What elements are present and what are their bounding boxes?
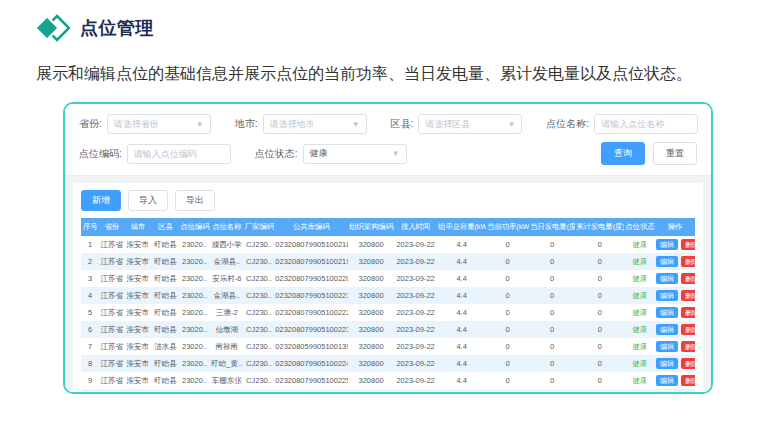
table-cell: 23020..: [179, 253, 210, 270]
filter-point-status: 点位状态: 健康 ▼: [255, 144, 407, 164]
point-status-select[interactable]: 健康 ▼: [303, 144, 407, 164]
table-cell: CJ230..: [244, 287, 275, 304]
point-code-input[interactable]: [127, 144, 231, 164]
district-select[interactable]: 请选择区县 ▼: [418, 114, 522, 134]
table-cell: 8: [81, 355, 99, 372]
column-header: 组串总容量(kW): [437, 218, 486, 236]
column-header: 城市: [124, 218, 152, 236]
table-cell: 0: [529, 389, 575, 394]
point-management-panel: 省份: 请选择省份 ▼ 地市: 请选择地市 ▼ 区县: 请选择区县 ▼: [63, 102, 713, 394]
delete-button[interactable]: 删除: [681, 375, 695, 386]
table-cell: 0: [529, 338, 575, 355]
column-header: 区县: [152, 218, 180, 236]
table-cell: 淮安市: [124, 355, 152, 372]
table-cell: 023208079905100225: [274, 372, 348, 389]
table-cell: 淮安市: [124, 372, 152, 389]
table-cell: 2023-09-22: [394, 355, 437, 372]
column-header: 点位状态: [624, 218, 655, 236]
edit-button[interactable]: 编辑: [656, 256, 678, 267]
table-cell: 江苏省: [99, 270, 124, 287]
table-row: 8江苏省淮安市盱眙县23020..盱眙_黄..CJ230..0232080799…: [81, 355, 695, 372]
table-cell: 江苏省: [99, 389, 124, 394]
table-row: 9江苏省淮安市盱眙县23020..车棚东张CJ230..023208079905…: [81, 372, 695, 389]
table-cell: 南禄南: [210, 338, 244, 355]
table-cell: 2023-09-22: [394, 372, 437, 389]
edit-button[interactable]: 编辑: [656, 375, 678, 386]
table-row: 5江苏省淮安市盱眙县23020..三塘-2CJ230..023208079905…: [81, 304, 695, 321]
delete-button[interactable]: 删除: [681, 341, 695, 352]
status-cell: 健康: [624, 253, 655, 270]
table-cell: 江苏省: [99, 321, 124, 338]
add-button[interactable]: 新增: [81, 190, 121, 211]
search-button[interactable]: 查询: [601, 142, 645, 165]
edit-button[interactable]: 编辑: [656, 273, 678, 284]
reset-button[interactable]: 重置: [653, 142, 697, 165]
table-cell: 320800: [348, 355, 394, 372]
table-cell: 0: [529, 236, 575, 253]
table-cell: 盱眙县: [152, 355, 180, 372]
import-button[interactable]: 导入: [128, 190, 168, 211]
delete-button[interactable]: 删除: [681, 392, 695, 394]
delete-button[interactable]: 删除: [681, 307, 695, 318]
delete-button[interactable]: 删除: [681, 273, 695, 284]
table-cell: 23020..: [179, 321, 210, 338]
table-cell: 4.4: [437, 270, 486, 287]
delete-button[interactable]: 删除: [681, 239, 695, 250]
table-cell: 淮阴县: [152, 389, 180, 394]
delete-button[interactable]: 删除: [681, 256, 695, 267]
column-header: 厂家编码: [244, 218, 275, 236]
table-cell: CJ230..: [244, 389, 275, 394]
table-cell: 320800: [348, 287, 394, 304]
table-cell: 0: [575, 270, 624, 287]
delete-button[interactable]: 删除: [681, 290, 695, 301]
edit-button[interactable]: 编辑: [656, 358, 678, 369]
edit-button[interactable]: 编辑: [656, 341, 678, 352]
table-cell: 0: [529, 372, 575, 389]
table-cell: 淮安市: [124, 287, 152, 304]
city-label: 地市:: [235, 117, 258, 131]
table-cell: 0: [486, 236, 529, 253]
edit-button[interactable]: 编辑: [656, 392, 678, 394]
delete-button[interactable]: 删除: [681, 358, 695, 369]
table-cell: CJ230..: [244, 338, 275, 355]
table-cell: 腰西小学: [210, 236, 244, 253]
edit-button[interactable]: 编辑: [656, 239, 678, 250]
table-cell: 金湖县..: [210, 253, 244, 270]
table-cell: 4.4: [437, 338, 486, 355]
city-select[interactable]: 请选择地市 ▼: [263, 114, 367, 134]
edit-button[interactable]: 编辑: [656, 290, 678, 301]
filter-row-1: 省份: 请选择省份 ▼ 地市: 请选择地市 ▼ 区县: 请选择区县 ▼: [79, 114, 697, 134]
edit-button[interactable]: 编辑: [656, 324, 678, 335]
table-cell: 0: [575, 253, 624, 270]
table-cell: 江苏省: [99, 287, 124, 304]
delete-button[interactable]: 删除: [681, 324, 695, 335]
page-description: 展示和编辑点位的基础信息并展示点位的当前功率、当日发电量、累计发电量以及点位状态…: [0, 44, 760, 90]
edit-button[interactable]: 编辑: [656, 307, 678, 318]
table-cell: 320800: [348, 321, 394, 338]
province-select[interactable]: 请选择省份 ▼: [107, 114, 211, 134]
table-cell: 0: [486, 355, 529, 372]
export-button[interactable]: 导出: [175, 190, 215, 211]
table-cell: 023208079905100221: [274, 287, 348, 304]
filter-row-2: 点位编码: 点位状态: 健康 ▼ 查询 重置: [79, 142, 697, 165]
page-header: 点位管理: [0, 0, 760, 44]
table-cell: 车棚东张: [210, 372, 244, 389]
point-name-input[interactable]: [594, 114, 698, 134]
table-cell: 0: [486, 270, 529, 287]
table-cell: 2023-09-13: [394, 389, 437, 394]
table-header-row: 序号省份城市区县点位编码点位名称厂家编码公共库编码组织架构编码接入时间组串总容量…: [81, 218, 695, 236]
table-cell: 320800: [348, 236, 394, 253]
table-cell: 320800: [348, 304, 394, 321]
filter-area: 省份: 请选择省份 ▼ 地市: 请选择地市 ▼ 区县: 请选择区县 ▼: [65, 104, 711, 175]
table-cell: 江苏省: [99, 338, 124, 355]
table-cell: 23020..: [179, 270, 210, 287]
table-body: 1江苏省淮安市盱眙县23020..腰西小学CJ230..023208079905…: [81, 236, 695, 394]
actions-cell: 编辑删除: [655, 270, 695, 287]
table-cell: 淮安市: [124, 253, 152, 270]
table-cell: 320800: [348, 270, 394, 287]
table-cell: 0: [529, 355, 575, 372]
table-cell: 三塘-2: [210, 304, 244, 321]
table-cell: 023208029905100063: [274, 389, 348, 394]
district-placeholder: 请选择区县: [425, 118, 470, 131]
status-cell: 健康: [624, 372, 655, 389]
